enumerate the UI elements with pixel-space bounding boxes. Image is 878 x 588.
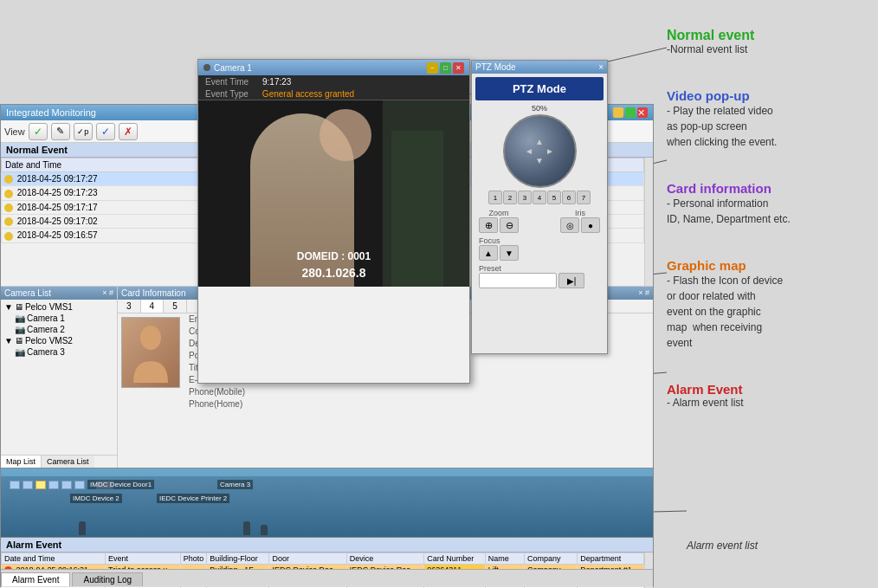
speed-btn-6[interactable]: 6: [562, 191, 576, 204]
zoom-label: Zoom: [479, 209, 519, 217]
event-time: 9:17:23: [262, 77, 291, 87]
alarm-col-door: Door: [269, 553, 346, 565]
vms1-label: Pelco VMS1: [25, 302, 73, 312]
preset-select[interactable]: [479, 273, 557, 288]
annotation-alarm-event-desc: - Alarm event list: [667, 397, 868, 409]
close-btn[interactable]: ✕: [453, 62, 464, 74]
card-field-phone-mobile: Phone(Mobile): [187, 386, 653, 398]
focus-far-btn[interactable]: ▼: [500, 245, 519, 261]
camera-icon: 📷: [15, 313, 25, 323]
alarm-col-event: Event: [106, 553, 181, 565]
alarm-event-header: Alarm Event: [1, 538, 653, 552]
alarm-event-list-label: Alarm event list: [687, 540, 758, 552]
annotation-graphic-map: Graphic map - Flash the Icon of device o…: [660, 255, 875, 354]
alarm-col-photo: Photo: [180, 553, 207, 565]
annotation-area: Normal event -Normal event list Video po…: [660, 24, 875, 412]
focus-label: Focus: [479, 236, 600, 245]
card-tab-5[interactable]: 5: [164, 300, 187, 313]
tree-collapse-icon: ▼: [4, 302, 13, 312]
tree-collapse-icon: ▼: [4, 336, 13, 346]
ptz-speed-label: 50%: [472, 104, 607, 113]
video-title-bar: Camera 1 − □ ✕: [198, 60, 469, 75]
ptz-panel: PTZ Mode × PTZ Mode 50% ▲ ◄► ▼ 1 2 3 4 5…: [471, 60, 608, 354]
tree-camera1[interactable]: 📷 Camera 1: [3, 313, 115, 324]
tree-camera2[interactable]: 📷 Camera 2: [3, 324, 115, 335]
graphic-map: IMDC Device Door1 Camera 3 IMDC Device 2…: [1, 468, 653, 537]
toolbar-edit-btn[interactable]: ✎: [51, 123, 70, 140]
alarm-col-name: Name: [485, 553, 524, 565]
ptz-mode-button[interactable]: PTZ Mode: [475, 77, 604, 100]
ptz-title-bar: PTZ Mode ×: [472, 61, 607, 74]
annotation-card-info-desc: - Personal information ID, Name, Departm…: [667, 196, 868, 227]
card-tab-4[interactable]: 4: [141, 300, 165, 313]
toolbar-check-btn[interactable]: ✓: [29, 123, 48, 140]
video-overlay-ip: 280.1.026.8: [302, 266, 366, 280]
camera-list-header: Camera List × #: [1, 287, 117, 300]
video-popup: Camera 1 − □ ✕ Event Time 9:17:23 Event …: [197, 59, 470, 384]
minimize-btn[interactable]: −: [427, 62, 438, 74]
maximize-btn[interactable]: □: [440, 62, 451, 74]
alarm-col-dept: Department: [578, 553, 644, 565]
tree-vms1[interactable]: ▼ 🖥 Pelco VMS1: [3, 301, 115, 313]
monitor-icon: 🖥: [15, 302, 23, 312]
annotation-normal-event-title: Normal event: [667, 28, 868, 43]
tab-auditing-log[interactable]: Auditing Log: [72, 572, 143, 586]
tab-map-list[interactable]: Map List: [1, 456, 42, 468]
iris-label: Iris: [560, 209, 600, 217]
tree-camera3[interactable]: 📷 Camera 3: [3, 346, 115, 358]
video-screen: DOMEID : 0001 280.1.026.8: [198, 100, 469, 287]
annotation-video-popup: Video pop-up - Play the related video as…: [660, 85, 875, 153]
alarm-col-building: Building-Floor: [207, 553, 269, 565]
annotation-graphic-map-desc: - Flash the Icon of device or door relat…: [667, 273, 868, 351]
camera-list-panel: Camera List × # ▼ 🖥 Pelco VMS1 📷 Camera …: [1, 287, 118, 468]
speed-btn-7[interactable]: 7: [577, 191, 591, 204]
toolbar-check2-btn[interactable]: ✓: [96, 123, 115, 140]
view-label: View: [4, 126, 25, 137]
camera1-label: Camera 1: [27, 313, 65, 323]
iris-close-btn[interactable]: ●: [581, 217, 600, 233]
video-overlay-domeid: DOMEID : 0001: [297, 250, 371, 262]
speed-btn-3[interactable]: 3: [518, 191, 532, 204]
event-type: General access granted: [262, 89, 354, 99]
speed-btn-2[interactable]: 2: [503, 191, 517, 204]
alarm-col-datetime: Date and Time: [2, 553, 106, 565]
camera-list-label: Camera List: [4, 288, 51, 298]
toolbar-close-btn[interactable]: ✗: [119, 123, 138, 140]
annotation-normal-event: Normal event -Normal event list: [660, 24, 875, 59]
card-info-label: Card Information: [121, 288, 185, 298]
normal-event-scrollbar[interactable]: [644, 158, 653, 286]
speed-btn-4[interactable]: 4: [533, 191, 546, 204]
alarm-col-company: Company: [525, 553, 578, 565]
alarm-col-card: Card Number: [424, 553, 485, 565]
focus-near-btn[interactable]: ▲: [479, 245, 498, 261]
preset-go-btn[interactable]: ▶|: [558, 273, 584, 288]
tree-vms2[interactable]: ▼ 🖥 Pelco VMS2: [3, 335, 115, 346]
monitor-icon: 🖥: [15, 336, 23, 346]
annotation-video-popup-desc: - Play the related video as pop-up scree…: [667, 103, 868, 150]
annotation-video-popup-title: Video pop-up: [667, 88, 868, 103]
iris-open-btn[interactable]: ◎: [560, 217, 579, 233]
ptz-joystick[interactable]: ▲ ◄► ▼: [503, 114, 577, 188]
toolbar-checkp-btn[interactable]: ✓p: [74, 123, 93, 140]
zoom-out-btn[interactable]: ⊖: [500, 217, 519, 233]
ptz-speed-buttons: 1 2 3 4 5 6 7: [475, 191, 604, 204]
bottom-tabs: Alarm Event Auditing Log: [1, 569, 653, 586]
video-title: Camera 1: [214, 63, 252, 73]
speed-btn-1[interactable]: 1: [488, 191, 502, 204]
card-photo: [121, 317, 180, 388]
annotation-graphic-map-title: Graphic map: [667, 258, 868, 273]
annotation-alarm-event-title: Alarm Event: [667, 382, 868, 397]
card-tab-3[interactable]: 3: [118, 300, 141, 313]
camera-icon: 📷: [15, 325, 25, 334]
camera2-label: Camera 2: [27, 325, 65, 334]
speed-btn-5[interactable]: 5: [547, 191, 561, 204]
svg-point-0: [140, 326, 161, 350]
annotation-card-info-title: Card information: [667, 181, 868, 196]
tab-camera-list[interactable]: Camera List: [42, 456, 94, 468]
app-title: Integrated Monitoring: [6, 107, 96, 118]
tab-alarm-event[interactable]: Alarm Event: [1, 572, 70, 586]
zoom-in-btn[interactable]: ⊕: [479, 217, 498, 233]
annotation-alarm-event: Alarm Event - Alarm event list: [660, 378, 875, 412]
alarm-col-device: Device: [346, 553, 423, 565]
vms2-label: Pelco VMS2: [25, 336, 73, 346]
